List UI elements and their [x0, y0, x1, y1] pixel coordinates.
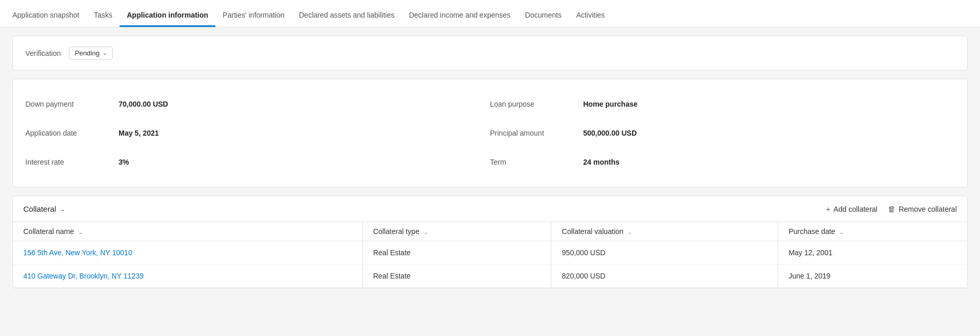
fields-card: Down payment 70,000.00 USD Application d… — [12, 79, 968, 187]
cell-collateral-name-1: 156 5th Ave, New York, NY 10010 — [13, 241, 362, 265]
field-term: Term 24 months — [490, 148, 955, 177]
col-label-purchase-date: Purchase date — [788, 227, 835, 236]
field-value-principal-amount: 500,000.00 USD — [583, 129, 637, 137]
sort-icon-collateral-name[interactable]: ⌄ — [78, 229, 83, 235]
trash-icon: 🗑 — [888, 204, 896, 213]
chevron-down-icon: ⌄ — [103, 50, 107, 56]
cell-collateral-valuation-2: 820,000 USD — [551, 265, 778, 288]
verification-card: Verification Pending ⌄ — [12, 36, 968, 70]
cell-purchase-date-2: June 1, 2019 — [778, 265, 967, 288]
sort-icon-purchase-date[interactable]: ⌄ — [839, 229, 844, 235]
verification-label: Verification — [25, 49, 61, 57]
table-row: 156 5th Ave, New York, NY 10010 Real Est… — [13, 241, 967, 265]
field-principal-amount: Principal amount 500,000.00 USD — [490, 119, 955, 148]
nav-item-application-information[interactable]: Application information — [120, 11, 215, 27]
remove-collateral-label: Remove collateral — [899, 205, 957, 213]
collateral-table-head: Collateral name ⌄ Collateral type ⌄ Coll… — [13, 222, 967, 241]
plus-icon: + — [826, 204, 830, 213]
field-label-term: Term — [490, 158, 583, 166]
col-label-collateral-valuation: Collateral valuation — [562, 227, 623, 236]
nav-item-declared-income-and-expenses[interactable]: Declared income and expenses — [402, 11, 518, 27]
field-value-down-payment: 70,000.00 USD — [119, 100, 168, 108]
field-down-payment: Down payment 70,000.00 USD — [25, 90, 490, 119]
collateral-actions: + Add collateral 🗑 Remove collateral — [826, 204, 957, 213]
cell-collateral-type-1: Real Estate — [362, 241, 551, 265]
top-navigation: Application snapshotTasksApplication inf… — [0, 0, 980, 27]
collateral-name-link-1[interactable]: 156 5th Ave, New York, NY 10010 — [23, 249, 132, 257]
field-value-term: 24 months — [583, 158, 620, 166]
cell-purchase-date-1: May 12, 2001 — [778, 241, 967, 265]
sort-icon-collateral-valuation[interactable]: ⌄ — [627, 229, 632, 235]
collateral-table: Collateral name ⌄ Collateral type ⌄ Coll… — [13, 222, 967, 288]
collateral-title-toggle[interactable]: Collateral ⌄ — [23, 204, 65, 213]
field-value-application-date: May 5, 2021 — [119, 129, 159, 137]
field-label-interest-rate: Interest rate — [25, 158, 119, 166]
fields-left-column: Down payment 70,000.00 USD Application d… — [25, 90, 490, 177]
main-content: Verification Pending ⌄ Down payment 70,0… — [0, 27, 980, 297]
col-header-collateral-type: Collateral type ⌄ — [362, 222, 551, 241]
field-value-loan-purpose: Home purchase — [583, 100, 638, 108]
col-header-purchase-date: Purchase date ⌄ — [778, 222, 967, 241]
field-value-interest-rate: 3% — [119, 158, 129, 166]
cell-collateral-type-2: Real Estate — [362, 265, 551, 288]
table-row: 410 Gateway Dr, Brooklyn, NY 11239 Real … — [13, 265, 967, 288]
sort-icon-collateral-type[interactable]: ⌄ — [423, 229, 428, 235]
field-label-down-payment: Down payment — [25, 100, 119, 108]
col-label-collateral-type: Collateral type — [373, 227, 420, 236]
field-label-loan-purpose: Loan purpose — [490, 100, 583, 108]
col-header-collateral-valuation: Collateral valuation ⌄ — [551, 222, 778, 241]
remove-collateral-button[interactable]: 🗑 Remove collateral — [888, 204, 957, 213]
cell-collateral-valuation-1: 950,000 USD — [551, 241, 778, 265]
nav-item-parties-information[interactable]: Parties' information — [215, 11, 291, 27]
collateral-header: Collateral ⌄ + Add collateral 🗑 Remove c… — [13, 196, 967, 222]
collateral-name-link-2[interactable]: 410 Gateway Dr, Brooklyn, NY 11239 — [23, 272, 143, 280]
col-header-collateral-name: Collateral name ⌄ — [13, 222, 362, 241]
collateral-title-label: Collateral — [23, 204, 56, 213]
nav-item-declared-assets-and-liabilities[interactable]: Declared assets and liabilities — [292, 11, 402, 27]
add-collateral-button[interactable]: + Add collateral — [826, 204, 877, 213]
add-collateral-label: Add collateral — [833, 205, 877, 213]
col-label-collateral-name: Collateral name — [23, 227, 74, 236]
nav-item-application-snapshot[interactable]: Application snapshot — [12, 11, 86, 27]
nav-item-activities[interactable]: Activities — [569, 11, 612, 27]
verification-row: Verification Pending ⌄ — [25, 47, 955, 60]
field-loan-purpose: Loan purpose Home purchase — [490, 90, 955, 119]
cell-collateral-name-2: 410 Gateway Dr, Brooklyn, NY 11239 — [13, 265, 362, 288]
nav-item-tasks[interactable]: Tasks — [86, 11, 120, 27]
collateral-table-body: 156 5th Ave, New York, NY 10010 Real Est… — [13, 241, 967, 288]
collateral-table-header-row: Collateral name ⌄ Collateral type ⌄ Coll… — [13, 222, 967, 241]
collateral-card: Collateral ⌄ + Add collateral 🗑 Remove c… — [12, 196, 968, 288]
field-interest-rate: Interest rate 3% — [25, 148, 490, 177]
field-application-date: Application date May 5, 2021 — [25, 119, 490, 148]
field-label-application-date: Application date — [25, 129, 119, 137]
verification-status-value: Pending — [75, 49, 99, 57]
verification-status-dropdown[interactable]: Pending ⌄ — [69, 47, 113, 60]
chevron-down-icon: ⌄ — [60, 206, 65, 213]
field-label-principal-amount: Principal amount — [490, 129, 583, 137]
fields-right-column: Loan purpose Home purchase Principal amo… — [490, 90, 955, 177]
nav-item-documents[interactable]: Documents — [518, 11, 569, 27]
fields-grid: Down payment 70,000.00 USD Application d… — [25, 90, 955, 177]
